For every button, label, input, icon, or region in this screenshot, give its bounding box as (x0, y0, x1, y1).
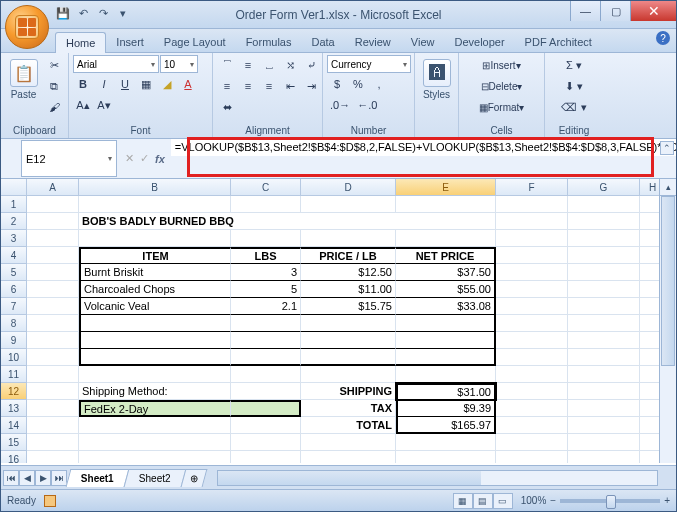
cell-A8[interactable] (27, 315, 79, 332)
cell-F11[interactable] (496, 366, 568, 383)
cell-C7[interactable]: 2.1 (231, 298, 301, 315)
cell-F3[interactable] (496, 230, 568, 247)
cell-D6[interactable]: $11.00 (301, 281, 396, 298)
fill-color-button[interactable]: ◢ (157, 74, 177, 94)
row-header-12[interactable]: 12 (1, 383, 27, 400)
cell-F10[interactable] (496, 349, 568, 366)
row-header-7[interactable]: 7 (1, 298, 27, 315)
cell-E8[interactable] (396, 315, 496, 332)
cell-A13[interactable] (27, 400, 79, 417)
align-middle-button[interactable]: ≡ (238, 55, 258, 75)
cell-A1[interactable] (27, 196, 79, 213)
row-header-6[interactable]: 6 (1, 281, 27, 298)
cell-G3[interactable] (568, 230, 640, 247)
cell-D11[interactable] (301, 366, 396, 383)
row-header-2[interactable]: 2 (1, 213, 27, 230)
col--header-C[interactable]: C (231, 179, 301, 196)
cell-G4[interactable] (568, 247, 640, 264)
tab-formulas[interactable]: Formulas (236, 32, 302, 52)
cell-F6[interactable] (496, 281, 568, 298)
row-header-4[interactable]: 4 (1, 247, 27, 264)
cell-C13[interactable] (231, 400, 301, 417)
minimize-button[interactable]: — (570, 1, 600, 21)
col--header-D[interactable]: D (301, 179, 396, 196)
cell-F9[interactable] (496, 332, 568, 349)
cell-D8[interactable] (301, 315, 396, 332)
formula-bar[interactable]: =VLOOKUP($B$13,Sheet2!$B$4:$D$8,2,FALSE)… (171, 139, 677, 178)
row-header-15[interactable]: 15 (1, 434, 27, 451)
cell-F2[interactable] (496, 213, 568, 230)
cell-D16[interactable] (301, 451, 396, 463)
row-header-8[interactable]: 8 (1, 315, 27, 332)
cell-B5[interactable]: Burnt Briskit (79, 264, 231, 281)
cell-F12[interactable] (496, 383, 568, 400)
page-break-view-button[interactable]: ▭ (493, 493, 513, 509)
row-header-13[interactable]: 13 (1, 400, 27, 417)
align-top-button[interactable]: ⎴ (217, 55, 237, 75)
bold-button[interactable]: B (73, 74, 93, 94)
cell-C10[interactable] (231, 349, 301, 366)
cell-B4[interactable]: ITEM (79, 247, 231, 264)
cell-E13[interactable]: $9.39 (396, 400, 496, 417)
row-header-16[interactable]: 16 (1, 451, 27, 463)
redo-icon[interactable]: ↷ (95, 5, 111, 21)
italic-button[interactable]: I (94, 74, 114, 94)
cell-A15[interactable] (27, 434, 79, 451)
cell-E12[interactable]: $31.00 (396, 383, 496, 400)
tab-data[interactable]: Data (301, 32, 344, 52)
align-center-button[interactable]: ≡ (238, 76, 258, 96)
cell-G13[interactable] (568, 400, 640, 417)
cell-B12[interactable]: Shipping Method: (79, 383, 231, 400)
increase-indent-button[interactable]: ⇥ (301, 76, 321, 96)
cell-G6[interactable] (568, 281, 640, 298)
cell-D4[interactable]: PRICE / LB (301, 247, 396, 264)
align-right-button[interactable]: ≡ (259, 76, 279, 96)
cell-E6[interactable]: $55.00 (396, 281, 496, 298)
cell-B1[interactable] (79, 196, 231, 213)
col--header-G[interactable]: G (568, 179, 640, 196)
zoom-level[interactable]: 100% (521, 495, 547, 506)
close-button[interactable]: ✕ (630, 1, 676, 21)
grow-font-button[interactable]: A▴ (73, 95, 93, 115)
cell-B8[interactable] (79, 315, 231, 332)
cell-C1[interactable] (231, 196, 301, 213)
cell-B2[interactable]: BOB'S BADLY BURNED BBQ (79, 213, 496, 230)
font-name-combo[interactable]: Arial▾ (73, 55, 159, 73)
h-scroll-thumb[interactable] (218, 471, 482, 485)
cell-B16[interactable] (79, 451, 231, 463)
cell-D12[interactable]: SHIPPING (301, 383, 396, 400)
cell-A10[interactable] (27, 349, 79, 366)
cancel-formula-icon[interactable]: ✕ (125, 152, 134, 165)
paste-button[interactable]: 📋 Paste (5, 55, 42, 125)
cell-G14[interactable] (568, 417, 640, 434)
insert-cells-button[interactable]: ⊞ Insert ▾ (463, 55, 540, 75)
cell-D7[interactable]: $15.75 (301, 298, 396, 315)
cell-F15[interactable] (496, 434, 568, 451)
cell-F5[interactable] (496, 264, 568, 281)
new-sheet-button[interactable]: ⊕ (180, 469, 207, 487)
decrease-decimal-button[interactable]: ←.0 (354, 95, 380, 115)
cell-F16[interactable] (496, 451, 568, 463)
row-header-3[interactable]: 3 (1, 230, 27, 247)
cell-E11[interactable] (396, 366, 496, 383)
border-button[interactable]: ▦ (136, 74, 156, 94)
cell-E15[interactable] (396, 434, 496, 451)
cell-E3[interactable] (396, 230, 496, 247)
number-format-combo[interactable]: Currency▾ (327, 55, 411, 73)
maximize-button[interactable]: ▢ (600, 1, 630, 21)
sheet-nav-first-icon[interactable]: ⏮ (3, 470, 19, 486)
cell-B13[interactable]: FedEx 2-Day (79, 400, 231, 417)
cell-A5[interactable] (27, 264, 79, 281)
cell-E4[interactable]: NET PRICE (396, 247, 496, 264)
percent-format-button[interactable]: % (348, 74, 368, 94)
cell-D10[interactable] (301, 349, 396, 366)
cell-G8[interactable] (568, 315, 640, 332)
zoom-in-button[interactable]: + (664, 495, 670, 506)
cell-A7[interactable] (27, 298, 79, 315)
cell-F8[interactable] (496, 315, 568, 332)
cell-F7[interactable] (496, 298, 568, 315)
cell-C12[interactable] (231, 383, 301, 400)
cut-button[interactable]: ✂ (44, 55, 64, 75)
cell-B9[interactable] (79, 332, 231, 349)
cell-E14[interactable]: $165.97 (396, 417, 496, 434)
